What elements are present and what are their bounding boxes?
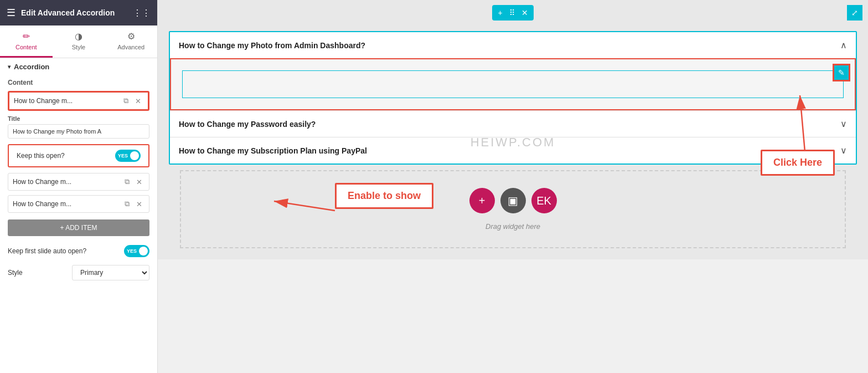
drag-add-button[interactable]: + [469,188,495,213]
item-2-delete-button[interactable]: ✕ [134,177,144,187]
list-item-1[interactable]: How to Change m... ⧉ ✕ [8,91,149,111]
right-panel: + ⠿ ✕ ⤢ How to Change my Photo fr [158,0,868,259]
plus-icon: + [498,8,502,17]
accordion-item-3-title: How to Change my Subscription Plan using… [179,146,367,155]
keep-first-toggle[interactable]: YES [124,245,149,257]
accordion-item-1-edit-button[interactable]: ✎ [833,64,850,81]
drag-area: + ▣ EK Drag widget here [180,170,846,248]
item-1-delete-button[interactable]: ✕ [133,96,143,106]
maximize-icon[interactable]: ⤢ [847,5,862,21]
accordion-item-2-chevron-down: ∨ [840,119,847,129]
style-label: Style [8,269,23,277]
toggle2-knob [139,247,148,256]
accordion-section-title: Accordion [14,63,49,71]
accordion-widget: How to Change my Photo from Admin Dashbo… [169,31,857,165]
accordion-body-inner [182,70,844,98]
keep-open-toggle[interactable]: YES [115,150,141,162]
accordion-item-2: How to Change my Password easily? ∨ [170,111,856,137]
tab-style-label: Style [72,44,85,50]
drag-label: Drag widget here [485,222,540,231]
close-icon: ✕ [135,97,141,105]
maximize-symbol: ⤢ [851,8,858,17]
right-panel-wrapper: + ⠿ ✕ ⤢ How to Change my Photo fr [158,0,868,373]
item-1-copy-button[interactable]: ⧉ [121,95,131,106]
drag-folder-button[interactable]: ▣ [500,188,526,213]
copy-icon: ⧉ [123,96,128,105]
accordion-item-2-title: How to Change my Password easily? [179,120,316,129]
panel-title: Edit Advanced Accordion [21,8,115,17]
keep-first-row: Keep first slide auto open? YES [0,241,157,262]
half-circle-icon: ◑ [75,31,82,42]
close-icon-3: ✕ [136,200,142,208]
accordion-item-3: How to Change my Subscription Plan using… [170,137,856,163]
style-row: Style Primary Secondary Default [0,262,157,284]
item-2-text: How to Change m... [13,178,120,186]
gear-icon: ⚙ [127,31,135,42]
title-input[interactable] [8,124,149,139]
item-1-text: How to Change m... [14,97,119,105]
tab-advanced[interactable]: ⚙ Advanced [105,25,157,58]
panel-tabs: ✏ Content ◑ Style ⚙ Advanced [0,25,157,58]
accordion-section-header[interactable]: ▾ Accordion [0,58,157,75]
accordion-item-3-chevron-down: ∨ [840,145,847,156]
toggle-knob [130,151,139,160]
top-bar-add-button[interactable]: + [497,7,503,18]
drag-icons: + ▣ EK [469,188,557,213]
pencil-icon: ✏ [23,31,30,42]
keep-open-toggle-container: YES [115,150,141,162]
top-bar-close-icon: ✕ [521,8,528,17]
content-area: How to Change my Photo from Admin Dashbo… [158,25,868,259]
keep-first-label: Keep first slide auto open? [8,247,86,255]
accordion-item-1-body: ✎ [170,58,856,110]
left-panel: ☰ Edit Advanced Accordion ⋮⋮ ✏ Content ◑… [0,0,158,373]
top-bar-close-button[interactable]: ✕ [520,7,529,18]
panel-header-left: ☰ Edit Advanced Accordion [7,7,115,19]
toggle-yes-label: YES [118,153,128,159]
caret-icon: ▾ [8,64,11,70]
grid-icon[interactable]: ⋮⋮ [133,8,151,18]
top-bar: + ⠿ ✕ ⤢ [158,0,868,25]
top-bar-controls: + ⠿ ✕ [492,5,533,21]
hamburger-icon[interactable]: ☰ [7,7,16,19]
drag-icon: ⠿ [509,8,515,17]
title-label: Title [8,115,149,122]
keep-open-label: Keep this open? [17,152,65,160]
panel-header: ☰ Edit Advanced Accordion ⋮⋮ [0,0,157,25]
list-item-3[interactable]: How to Change m... ⧉ ✕ [8,195,149,213]
item-3-text: How to Change m... [13,200,120,208]
toggle2-yes-label: YES [127,248,137,254]
drag-ek-label: EK [536,195,551,207]
accordion-item-1-title: How to Change my Photo from Admin Dashbo… [179,41,365,50]
copy-icon-2: ⧉ [125,177,130,186]
item-2-copy-button[interactable]: ⧉ [122,176,132,187]
item-3-copy-button[interactable]: ⧉ [122,198,132,210]
tab-advanced-label: Advanced [117,44,144,50]
add-item-button[interactable]: + ADD ITEM [8,219,149,236]
keep-open-row: Keep this open? YES [8,144,149,167]
drag-ek-button[interactable]: EK [531,188,557,213]
copy-icon-3: ⧉ [125,200,130,208]
tab-content-label: Content [16,44,37,50]
pencil-edit-icon: ✎ [838,68,845,77]
item-3-delete-button[interactable]: ✕ [134,199,144,210]
drag-folder-icon: ▣ [508,194,518,207]
list-item-2[interactable]: How to Change m... ⧉ ✕ [8,173,149,191]
top-bar-drag-button[interactable]: ⠿ [508,7,516,18]
tab-style[interactable]: ◑ Style [53,25,105,58]
style-select[interactable]: Primary Secondary Default [72,265,149,280]
accordion-item-2-header[interactable]: How to Change my Password easily? ∨ [170,111,856,137]
drag-plus-icon: + [479,195,485,207]
close-icon-2: ✕ [136,178,142,186]
accordion-item-3-header[interactable]: How to Change my Subscription Plan using… [170,137,856,163]
accordion-item-1-chevron-up: ∧ [840,40,847,50]
accordion-item-1: How to Change my Photo from Admin Dashbo… [170,32,856,111]
tab-content[interactable]: ✏ Content [0,25,53,58]
title-section: Title [0,113,157,141]
accordion-item-1-header[interactable]: How to Change my Photo from Admin Dashbo… [170,32,856,58]
content-section-label: Content [0,75,157,89]
